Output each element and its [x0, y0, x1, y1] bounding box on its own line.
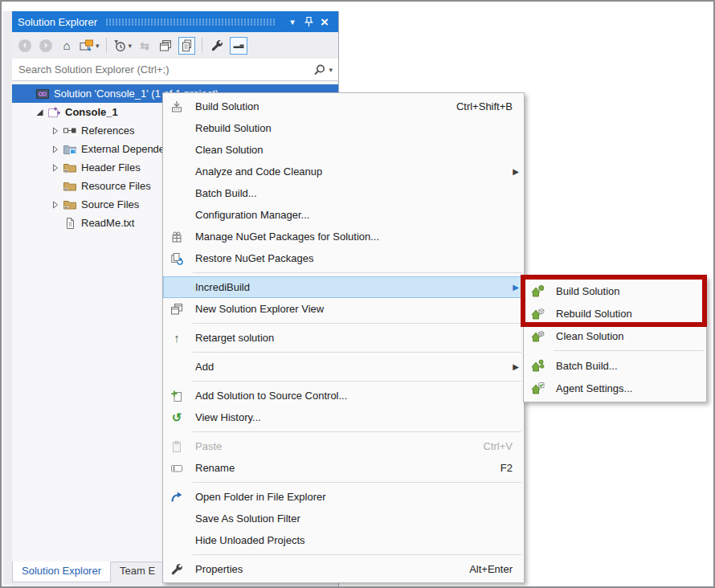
pending-changes-filter-icon [113, 39, 127, 52]
tab-solution-explorer[interactable]: Solution Explorer [12, 561, 111, 582]
menu-item-retarget-solution[interactable]: ↑ Retarget solution [163, 327, 524, 349]
menu-separator [193, 381, 521, 382]
tree-item-label: Resource Files [81, 180, 151, 192]
tab-team-explorer[interactable]: Team E [111, 561, 164, 582]
menu-item-shortcut: Ctrl+Shift+B [456, 100, 524, 112]
retarget-icon: ↑ [168, 331, 186, 345]
menu-item-label: IncrediBuild [195, 281, 250, 293]
pending-changes-filter-button[interactable]: ▾ [113, 37, 133, 55]
switch-views-icon [80, 39, 94, 52]
menu-item-shortcut: F2 [500, 462, 524, 474]
external-dependencies-icon [63, 144, 77, 155]
nuget-icon [168, 230, 186, 244]
menu-item-label: Save As Solution Filter [195, 512, 300, 525]
home-icon: ⌂ [63, 39, 70, 52]
filter-folder-icon [63, 198, 77, 211]
sync-icon: ⇆ [140, 39, 149, 52]
sync-with-active-document-button[interactable]: ⇆ [137, 37, 153, 55]
expander-expanded-icon[interactable] [35, 108, 45, 116]
preview-selected-items-button[interactable] [230, 37, 247, 55]
menu-separator [193, 482, 521, 483]
menu-item-label: Rename [195, 462, 235, 474]
menu-item-configuration-manager[interactable]: Configuration Manager... [163, 204, 524, 226]
menu-item-restore-nuget-packages[interactable]: Restore NuGet Packages [163, 247, 524, 269]
menu-item-hide-unloaded-projects[interactable]: Hide Unloaded Projects [163, 529, 524, 551]
dropdown-caret-icon: ▾ [329, 66, 333, 74]
build-icon [168, 100, 186, 114]
tree-item-label: ReadMe.txt [81, 217, 134, 229]
titlebar-grip [105, 18, 276, 26]
pin-icon[interactable] [300, 14, 317, 30]
cpp-project-icon [47, 106, 61, 119]
add-to-source-control-icon [168, 389, 186, 403]
show-all-files-button[interactable] [178, 37, 195, 55]
menu-item-label: Analyze and Code Cleanup [195, 165, 322, 178]
text-file-icon [63, 217, 77, 230]
tree-item-label: Source Files [81, 198, 139, 210]
menu-item-label: Batch Build... [195, 187, 257, 199]
panel-title: Solution Explorer [18, 16, 97, 28]
properties-button[interactable] [209, 37, 225, 55]
menu-separator [193, 272, 521, 273]
rename-icon [168, 461, 186, 476]
window-gutter [3, 11, 12, 585]
menu-item-label: Add [195, 361, 214, 373]
properties-icon [168, 562, 186, 577]
menu-item-incredibuild[interactable]: IncrediBuild ▶ [163, 276, 524, 298]
window-position-chevron-icon[interactable]: ▾ [284, 14, 300, 30]
new-solution-explorer-view-icon [168, 302, 186, 316]
expander-collapsed-icon[interactable] [51, 164, 61, 172]
menu-item-build-solution[interactable]: Build Solution Ctrl+Shift+B [163, 96, 524, 117]
menu-item-label: Manage NuGet Packages for Solution... [195, 231, 379, 243]
menu-item-add[interactable]: Add ▶ [163, 356, 524, 378]
view-history-icon: ↺ [168, 410, 186, 425]
submenu-item-batch-build[interactable]: Batch Build... [524, 354, 706, 377]
submenu-item-clean-solution[interactable]: Clean Solution [524, 325, 706, 347]
menu-item-save-as-solution-filter[interactable]: Save As Solution Filter [163, 508, 524, 529]
tree-item-label: References [81, 125, 134, 137]
search-input[interactable] [18, 63, 313, 76]
switch-views-button[interactable]: ▾ [80, 37, 100, 55]
filter-folder-icon [63, 161, 77, 174]
forward-button[interactable]: › [38, 37, 54, 55]
menu-item-clean-solution[interactable]: Clean Solution [163, 139, 524, 161]
incredibuild-clean-icon [529, 329, 546, 343]
menu-item-open-folder-in-file-explorer[interactable]: Open Folder in File Explorer [163, 486, 524, 508]
filter-folder-icon [63, 180, 77, 193]
menu-separator [193, 554, 521, 555]
submenu-arrow-icon: ▶ [513, 363, 524, 371]
collapse-all-button[interactable] [157, 37, 174, 55]
solution-icon [35, 88, 50, 100]
menu-item-properties[interactable]: Properties Alt+Enter [163, 558, 524, 580]
submenu-item-agent-settings[interactable]: Agent Settings... [524, 377, 706, 399]
wrench-icon [210, 39, 223, 52]
expander-collapsed-icon[interactable] [51, 145, 61, 153]
references-icon [63, 126, 77, 135]
menu-item-manage-nuget-packages[interactable]: Manage NuGet Packages for Solution... [163, 226, 524, 247]
menu-separator [554, 350, 704, 351]
menu-item-new-solution-explorer-view[interactable]: New Solution Explorer View [163, 298, 524, 320]
toolbar-separator [106, 38, 107, 53]
menu-item-paste[interactable]: Paste Ctrl+V [163, 435, 524, 457]
menu-item-rebuild-solution[interactable]: Rebuild Solution [163, 117, 524, 139]
menu-item-view-history[interactable]: ↺ View History... [163, 406, 524, 428]
menu-item-batch-build[interactable]: Batch Build... [163, 182, 524, 204]
expander-collapsed-icon[interactable] [51, 201, 61, 209]
menu-item-rename[interactable]: Rename F2 [163, 457, 524, 479]
expander-collapsed-icon[interactable] [51, 127, 61, 135]
close-icon[interactable]: × [317, 14, 333, 30]
nuget-restore-icon [168, 251, 186, 266]
menu-item-analyze-and-code-cleanup[interactable]: Analyze and Code Cleanup ▶ [163, 161, 524, 182]
menu-item-shortcut: Ctrl+V [484, 440, 524, 452]
menu-item-add-solution-to-source-control[interactable]: Add Solution to Source Control... [163, 385, 524, 406]
home-button[interactable]: ⌂ [59, 37, 75, 55]
menu-separator [193, 352, 521, 353]
menu-item-label: Agent Settings... [556, 382, 632, 394]
menu-item-shortcut: Alt+Enter [469, 563, 524, 575]
red-highlight-box [521, 275, 707, 327]
search-button[interactable]: ▾ [313, 63, 333, 76]
tree-item-label: Console_1 [65, 106, 118, 118]
back-icon: ‹ [18, 39, 31, 52]
open-folder-icon [168, 490, 186, 504]
back-button[interactable]: ‹ [17, 37, 33, 55]
